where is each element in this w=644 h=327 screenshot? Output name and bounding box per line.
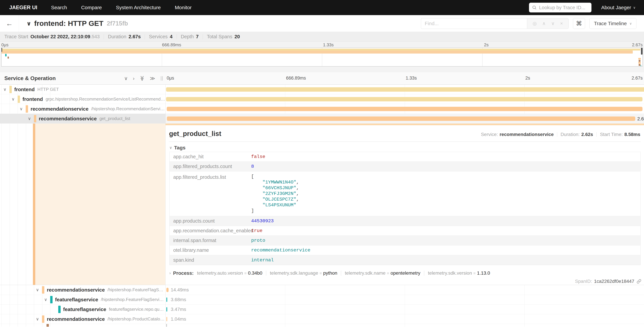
span-row[interactable]: ∨recommendationserviceget_product_list2.…	[0, 114, 644, 124]
chevron-down-icon[interactable]: ∨	[20, 106, 26, 111]
span-row-timeline[interactable]: 1.04ms	[165, 314, 644, 324]
span-row-label[interactable]: featureflagservicefeatureflagservice.rep…	[0, 304, 165, 314]
tags-section-toggle[interactable]: ∨ Tags	[170, 145, 644, 150]
nav-link-search[interactable]: Search	[51, 5, 67, 10]
span-row-label[interactable]: ∨recommendationserviceget_product_list	[0, 114, 165, 124]
jaeger-ui-logo[interactable]: JAEGER UI	[9, 4, 37, 10]
span-bar[interactable]	[166, 317, 167, 321]
span-row[interactable]: ∨recommendationservice/hipstershop.Featu…	[0, 285, 644, 295]
trace-duration: Duration 2.67s	[108, 34, 141, 40]
span-row-timeline[interactable]: 3.47ms	[165, 304, 644, 314]
span-row[interactable]: ∨frontendgrpc.hipstershop.Recommendation…	[0, 94, 644, 104]
chevron-down-icon: ∨	[170, 146, 172, 150]
prev-match-icon[interactable]: ∧	[542, 21, 546, 26]
nav-link-compare[interactable]: Compare	[81, 5, 102, 10]
collapse-trace-chevron-icon[interactable]: ∨	[26, 20, 31, 27]
span-bar	[166, 324, 167, 327]
chevron-down-icon[interactable]: ∨	[36, 316, 42, 322]
column-divider[interactable]	[165, 84, 166, 327]
process-section[interactable]: › Process: telemetry.auto.version=0.34b0…	[170, 270, 644, 277]
span-bar[interactable]	[166, 307, 167, 312]
tag-key: span.kind	[170, 257, 251, 263]
trace-lookup-input[interactable]	[539, 5, 588, 10]
span-row-timeline[interactable]	[165, 84, 644, 94]
span-detail-content: get_product_list Service: recommendation…	[165, 124, 644, 285]
span-id-value: 1ca2262df0e18447	[594, 279, 634, 284]
tag-row[interactable]: app.filtered_products.count8	[170, 162, 640, 172]
minimap-canvas[interactable]	[1, 48, 643, 66]
span-row-timeline[interactable]: 3.68ms	[165, 295, 644, 304]
back-button[interactable]: ←	[0, 15, 19, 32]
nav-link-system-architecture[interactable]: System Architecture	[116, 5, 161, 10]
tag-row[interactable]: app.cache_hitfalse	[170, 152, 640, 162]
span-row-label[interactable]: ∨recommendationservice/hipstershop.Featu…	[0, 285, 165, 294]
span-row-label[interactable]: ∨recommendationservice/hipstershop.Produ…	[0, 314, 165, 324]
span-row-label[interactable]: ∨frontendHTTP GET	[0, 84, 165, 94]
span-row-timeline[interactable]	[165, 324, 644, 327]
span-row[interactable]: ∨frontendHTTP GET	[0, 84, 644, 94]
chevron-down-icon[interactable]: ∨	[44, 297, 50, 302]
chevron-down-icon[interactable]: ∨	[36, 288, 42, 292]
span-row[interactable]: ∨recommendationservice/hipstershop.Produ…	[0, 314, 644, 324]
span-service-name[interactable]: recommendationservice	[39, 116, 97, 122]
column-resizer-handle[interactable]	[161, 76, 163, 80]
top-navbar: JAEGER UI Search Compare System Architec…	[0, 0, 644, 15]
chevron-down-icon[interactable]: ∨	[28, 116, 34, 121]
about-jaeger-menu[interactable]: About Jaeger ∨	[601, 5, 636, 10]
span-service-name[interactable]: frontend	[22, 96, 43, 102]
tag-key: internal.span.format	[170, 238, 251, 243]
span-service-name[interactable]: recommendationservice	[30, 106, 88, 112]
span-row[interactable]: featureflagservicefeatureflagservice.rep…	[0, 304, 644, 314]
link-icon[interactable]	[636, 279, 641, 284]
span-bar[interactable]	[166, 87, 644, 92]
span-service-name[interactable]: recommendationservice	[47, 287, 105, 293]
tag-key: app.filtered_products.count	[170, 164, 251, 169]
span-row-timeline[interactable]	[165, 94, 644, 104]
clear-find-icon[interactable]: ×	[560, 21, 563, 26]
chevron-down-icon[interactable]: ∨	[3, 87, 10, 92]
span-row-label[interactable]: ∨recommendationservice/hipstershop.Recom…	[0, 104, 165, 114]
tags-table: app.cache_hitfalseapp.filtered_products.…	[170, 152, 641, 265]
span-row-timeline[interactable]: 2.62s	[165, 114, 644, 124]
tag-row[interactable]: otel.library.namerecommendationservice	[170, 246, 640, 255]
span-row-label[interactable]: ∨featureflagservice/hipstershop.FeatureF…	[0, 295, 165, 304]
tag-row[interactable]: app.recommendation.cache_enabledtrue	[170, 226, 640, 236]
span-row[interactable]	[0, 324, 644, 327]
tag-key: app.products.count	[170, 218, 251, 224]
span-bar[interactable]	[166, 288, 168, 292]
span-operation: get_product_list	[100, 116, 130, 121]
expand-all-icon[interactable]: ≫	[150, 76, 155, 81]
tag-row[interactable]: app.products.count44530923	[170, 216, 640, 226]
span-row-label[interactable]	[0, 324, 165, 327]
tag-row[interactable]: internal.span.formatproto	[170, 236, 640, 246]
span-row-timeline[interactable]	[165, 104, 644, 114]
span-bar[interactable]	[167, 107, 642, 111]
span-row-timeline[interactable]: 14.49ms	[165, 285, 644, 294]
span-bar[interactable]	[166, 97, 642, 102]
expand-one-icon[interactable]: ›	[133, 76, 134, 81]
trace-lookup-box[interactable]	[529, 3, 592, 12]
span-id-row: SpanID: 1ca2262df0e18447	[165, 278, 644, 285]
span-row[interactable]: ∨featureflagservice/hipstershop.FeatureF…	[0, 295, 644, 304]
next-match-icon[interactable]: ∨	[551, 21, 555, 26]
span-service-name[interactable]: featureflagservice	[55, 297, 98, 302]
collapse-all-icon[interactable]: ≫	[140, 76, 145, 81]
ruler-tick: 2.67s	[632, 42, 643, 48]
locate-icon[interactable]: ◎	[533, 21, 537, 26]
find-input[interactable]	[421, 18, 527, 29]
keyboard-shortcuts-button[interactable]: ⌘	[573, 18, 585, 29]
tag-row[interactable]: app.filtered_products.list[ "1YMWWN1N4O"…	[170, 172, 640, 216]
span-bar[interactable]	[167, 116, 635, 121]
span-row-label[interactable]: ∨frontendgrpc.hipstershop.Recommendation…	[0, 94, 165, 104]
tag-row[interactable]: span.kindinternal	[170, 255, 640, 265]
span-service-name[interactable]: recommendationservice	[47, 316, 105, 322]
nav-link-monitor[interactable]: Monitor	[175, 5, 192, 10]
span-service-name[interactable]: featureflagservice	[63, 306, 106, 312]
trace-view-selector[interactable]: Trace Timeline ∨	[590, 18, 636, 29]
chevron-down-icon[interactable]: ∨	[12, 97, 18, 102]
span-detail-accent-strip	[165, 124, 644, 125]
span-bar[interactable]	[166, 298, 167, 302]
span-row[interactable]: ∨recommendationservice/hipstershop.Recom…	[0, 104, 644, 114]
collapse-one-icon[interactable]: ∨	[124, 76, 128, 81]
span-service-name[interactable]: frontend	[14, 86, 35, 92]
